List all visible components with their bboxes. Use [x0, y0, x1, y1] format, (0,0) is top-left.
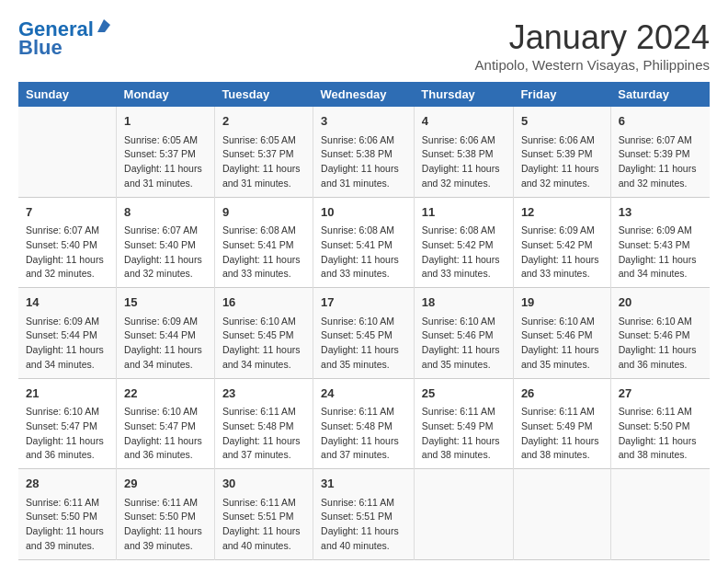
day-info-text: Daylight: 11 hours: [124, 434, 207, 449]
day-info-text: and 33 minutes.: [222, 267, 305, 282]
day-info-text: Sunrise: 6:10 AM: [222, 315, 305, 329]
day-info-text: Sunrise: 6:10 AM: [124, 405, 207, 419]
day-info-text: and 38 minutes.: [619, 448, 702, 463]
day-info-text: Sunrise: 6:10 AM: [422, 315, 506, 329]
calendar-cell: 20Sunrise: 6:10 AMSunset: 5:46 PMDayligh…: [610, 288, 710, 379]
calendar-cell: 27Sunrise: 6:11 AMSunset: 5:50 PMDayligh…: [610, 378, 710, 469]
calendar-cell: 30Sunrise: 6:11 AMSunset: 5:51 PMDayligh…: [214, 469, 313, 560]
day-info-text: Sunset: 5:42 PM: [422, 238, 506, 253]
day-number: 1: [124, 112, 207, 131]
day-info-text: Sunrise: 6:10 AM: [321, 315, 406, 329]
day-info-text: and 38 minutes.: [521, 448, 603, 463]
day-info-text: Sunrise: 6:11 AM: [422, 405, 506, 419]
day-info-text: Sunset: 5:47 PM: [124, 419, 207, 434]
day-info-text: and 35 minutes.: [422, 358, 506, 373]
day-info-text: Sunrise: 6:06 AM: [521, 133, 603, 148]
day-number: 7: [26, 203, 108, 222]
day-info-text: Sunset: 5:45 PM: [222, 328, 305, 343]
day-number: 28: [26, 475, 108, 493]
day-number: 14: [26, 293, 108, 312]
calendar-cell: [610, 469, 710, 560]
day-info-text: Sunset: 5:38 PM: [422, 147, 506, 162]
day-number: 30: [222, 475, 305, 493]
title-section: January 2024 Antipolo, Western Visayas, …: [475, 18, 710, 73]
col-header-thursday: Thursday: [414, 82, 513, 107]
day-number: 8: [124, 203, 207, 222]
logo-bird-icon: [96, 17, 112, 34]
day-info-text: and 32 minutes.: [521, 177, 603, 191]
day-info-text: Daylight: 11 hours: [619, 162, 702, 177]
day-info-text: Sunrise: 6:10 AM: [521, 315, 603, 329]
day-info-text: Sunset: 5:46 PM: [521, 328, 603, 343]
day-info-text: Sunrise: 6:08 AM: [321, 224, 406, 238]
calendar-table: SundayMondayTuesdayWednesdayThursdayFrid…: [18, 82, 710, 560]
day-info-text: Daylight: 11 hours: [124, 524, 207, 539]
day-info-text: Sunrise: 6:11 AM: [26, 496, 108, 511]
day-info-text: Sunrise: 6:11 AM: [521, 405, 603, 419]
day-info-text: Sunset: 5:42 PM: [521, 238, 603, 253]
day-info-text: Daylight: 11 hours: [521, 162, 603, 177]
day-info-text: Sunset: 5:44 PM: [124, 328, 207, 343]
calendar-cell: 9Sunrise: 6:08 AMSunset: 5:41 PMDaylight…: [214, 197, 313, 288]
day-info-text: and 33 minutes.: [422, 267, 506, 282]
day-number: 22: [124, 385, 207, 403]
day-info-text: and 39 minutes.: [124, 539, 207, 554]
day-info-text: Sunrise: 6:11 AM: [619, 405, 702, 419]
calendar-cell: [18, 107, 117, 197]
day-info-text: Sunset: 5:48 PM: [321, 419, 406, 434]
day-number: 15: [124, 293, 207, 312]
day-number: 18: [422, 293, 506, 312]
day-info-text: Sunset: 5:39 PM: [521, 147, 603, 162]
calendar-cell: 17Sunrise: 6:10 AMSunset: 5:45 PMDayligh…: [313, 288, 415, 379]
day-number: 23: [222, 385, 305, 403]
calendar-cell: 16Sunrise: 6:10 AMSunset: 5:45 PMDayligh…: [214, 288, 313, 379]
calendar-cell: 15Sunrise: 6:09 AMSunset: 5:44 PMDayligh…: [117, 288, 215, 379]
day-info-text: Daylight: 11 hours: [422, 343, 506, 358]
day-info-text: and 40 minutes.: [222, 539, 305, 554]
day-info-text: and 33 minutes.: [521, 267, 603, 282]
logo-blue: Blue: [18, 37, 63, 59]
calendar-cell: 28Sunrise: 6:11 AMSunset: 5:50 PMDayligh…: [18, 469, 117, 560]
day-info-text: and 32 minutes.: [124, 267, 207, 282]
calendar-cell: 25Sunrise: 6:11 AMSunset: 5:49 PMDayligh…: [414, 378, 513, 469]
calendar-cell: 2Sunrise: 6:05 AMSunset: 5:37 PMDaylight…: [214, 107, 313, 197]
day-info-text: Sunset: 5:38 PM: [321, 147, 406, 162]
day-info-text: Sunset: 5:48 PM: [222, 419, 305, 434]
day-info-text: Daylight: 11 hours: [521, 434, 603, 449]
day-info-text: Sunset: 5:46 PM: [422, 328, 506, 343]
day-info-text: Sunset: 5:43 PM: [619, 238, 702, 253]
day-info-text: Sunset: 5:37 PM: [124, 147, 207, 162]
day-info-text: Sunrise: 6:05 AM: [222, 133, 305, 148]
day-info-text: Daylight: 11 hours: [222, 524, 305, 539]
calendar-cell: 3Sunrise: 6:06 AMSunset: 5:38 PMDaylight…: [313, 107, 415, 197]
calendar-cell: 8Sunrise: 6:07 AMSunset: 5:40 PMDaylight…: [117, 197, 215, 288]
day-number: 4: [422, 112, 506, 131]
day-info-text: and 40 minutes.: [321, 539, 406, 554]
day-number: 26: [521, 385, 603, 403]
day-info-text: Daylight: 11 hours: [222, 434, 305, 449]
day-info-text: and 34 minutes.: [619, 267, 702, 282]
day-info-text: Sunrise: 6:11 AM: [124, 496, 207, 511]
day-info-text: and 32 minutes.: [619, 177, 702, 191]
day-info-text: Sunrise: 6:05 AM: [124, 133, 207, 148]
day-number: 13: [619, 203, 702, 222]
day-info-text: Sunset: 5:50 PM: [619, 419, 702, 434]
day-number: 20: [619, 293, 702, 312]
calendar-week-row: 21Sunrise: 6:10 AMSunset: 5:47 PMDayligh…: [18, 378, 710, 469]
day-info-text: and 37 minutes.: [222, 448, 305, 463]
col-header-wednesday: Wednesday: [313, 82, 415, 107]
calendar-header-row: SundayMondayTuesdayWednesdayThursdayFrid…: [18, 82, 710, 107]
day-info-text: Daylight: 11 hours: [222, 343, 305, 358]
day-number: 12: [521, 203, 603, 222]
day-info-text: and 31 minutes.: [222, 177, 305, 191]
day-info-text: Daylight: 11 hours: [422, 253, 506, 268]
day-info-text: Sunrise: 6:09 AM: [124, 315, 207, 329]
day-number: 31: [321, 475, 406, 493]
day-number: 2: [222, 112, 305, 131]
day-info-text: Sunrise: 6:11 AM: [222, 405, 305, 419]
calendar-cell: 11Sunrise: 6:08 AMSunset: 5:42 PMDayligh…: [414, 197, 513, 288]
calendar-week-row: 28Sunrise: 6:11 AMSunset: 5:50 PMDayligh…: [18, 469, 710, 560]
day-info-text: Sunrise: 6:10 AM: [619, 315, 702, 329]
day-info-text: Sunrise: 6:07 AM: [619, 133, 702, 148]
calendar-cell: 24Sunrise: 6:11 AMSunset: 5:48 PMDayligh…: [313, 378, 415, 469]
